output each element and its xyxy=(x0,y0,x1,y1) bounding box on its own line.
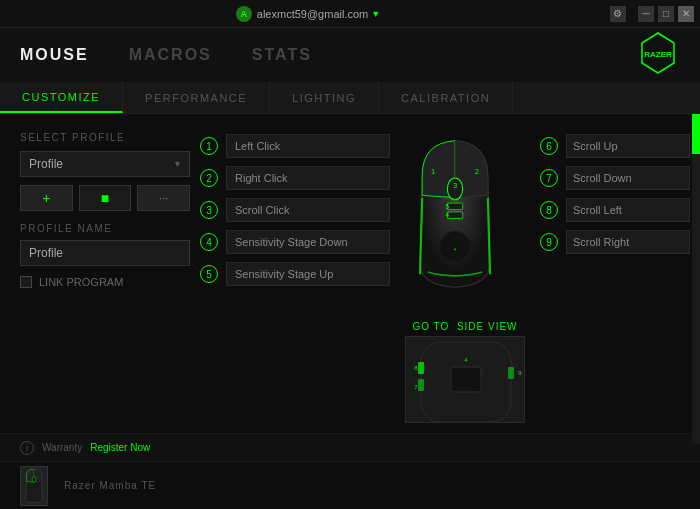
right-btn-number-8: 8 xyxy=(540,201,558,219)
btn-label-1[interactable]: Left Click xyxy=(226,134,390,158)
btn-number-2: 2 xyxy=(200,169,218,187)
razer-logo: RAZER xyxy=(636,31,680,79)
user-avatar: A xyxy=(236,6,252,22)
right-btn-label-8[interactable]: Scroll Left xyxy=(566,198,690,222)
mouse-area: ✦ 1 2 3 5 4 GO TO SIDE VIEW xyxy=(400,132,530,423)
nav-stats[interactable]: STATS xyxy=(252,46,312,64)
maximize-button[interactable]: □ xyxy=(658,6,674,22)
button-item-2: 2 Right Click xyxy=(200,166,390,190)
svg-text:1: 1 xyxy=(431,167,435,176)
right-button-item-9: 9 Scroll Right xyxy=(540,230,690,254)
select-profile-label: SELECT PROFILE xyxy=(20,132,190,143)
right-button-item-6: 6 Scroll Up xyxy=(540,134,690,158)
profile-name-input[interactable] xyxy=(20,240,190,266)
svg-rect-17 xyxy=(508,367,514,379)
device-name: Razer Mamba TE xyxy=(64,480,156,491)
btn-number-1: 1 xyxy=(200,137,218,155)
link-program[interactable]: LINK PROGRAM xyxy=(20,276,190,288)
svg-rect-4 xyxy=(447,203,462,210)
svg-rect-14 xyxy=(451,367,481,392)
main-content: SELECT PROFILE Profile + ■ ··· PROFILE N… xyxy=(0,114,700,433)
user-dropdown-icon[interactable]: ▼ xyxy=(371,9,380,19)
subnav-performance[interactable]: PERFORMANCE xyxy=(123,82,270,113)
svg-text:3: 3 xyxy=(453,181,457,190)
side-view-action[interactable]: SIDE VIEW xyxy=(457,321,518,332)
right-btn-label-6[interactable]: Scroll Up xyxy=(566,134,690,158)
svg-rect-16 xyxy=(418,379,424,391)
titlebar: A alexmct59@gmail.com ▼ ⚙ ─ □ ✕ xyxy=(0,0,700,28)
right-scrollbar[interactable] xyxy=(692,114,700,444)
nav-mouse[interactable]: MOUSE xyxy=(20,46,89,64)
link-program-checkbox[interactable] xyxy=(20,276,32,288)
svg-text:8: 8 xyxy=(414,365,418,371)
mouse-image: ✦ 1 2 3 5 4 xyxy=(400,132,530,317)
svg-text:5: 5 xyxy=(446,203,450,210)
user-info: A alexmct59@gmail.com ▼ xyxy=(236,6,380,22)
mouse-svg: ✦ 1 2 3 5 4 xyxy=(400,132,510,307)
svg-rect-5 xyxy=(447,212,462,219)
settings-button[interactable]: ⚙ xyxy=(610,6,626,22)
warranty-text: Warranty xyxy=(42,442,82,453)
header: MOUSE MACROS STATS RAZER xyxy=(0,28,700,82)
mouse-bottom-view: 8 9 7 4 xyxy=(405,336,525,423)
left-panel: SELECT PROFILE Profile + ■ ··· PROFILE N… xyxy=(20,132,190,423)
button-item-1: 1 Left Click xyxy=(200,134,390,158)
main-nav: MOUSE MACROS STATS xyxy=(20,46,312,64)
svg-rect-15 xyxy=(418,362,424,374)
profile-select[interactable]: Profile xyxy=(20,151,190,177)
button-item-5: 5 Sensitivity Stage Up xyxy=(200,262,390,286)
btn-label-3[interactable]: Scroll Click xyxy=(226,198,390,222)
window-controls: ⚙ ─ □ ✕ xyxy=(610,6,694,22)
profile-actions: + ■ ··· xyxy=(20,185,190,211)
btn-label-4[interactable]: Sensitivity Stage Down xyxy=(226,230,390,254)
razer-logo-svg: RAZER xyxy=(636,31,680,75)
side-view-link: GO TO SIDE VIEW xyxy=(412,321,517,332)
svg-text:9: 9 xyxy=(518,370,522,376)
btn-number-5: 5 xyxy=(200,265,218,283)
subnav-lighting[interactable]: LIGHTING xyxy=(270,82,379,113)
svg-text:RAZER: RAZER xyxy=(644,50,672,59)
right-btn-number-7: 7 xyxy=(540,169,558,187)
device-thumbnail xyxy=(20,466,48,506)
right-button-item-8: 8 Scroll Left xyxy=(540,198,690,222)
subnav: CUSTOMIZE PERFORMANCE LIGHTING CALIBRATI… xyxy=(0,82,700,114)
add-profile-button[interactable]: + xyxy=(20,185,73,211)
footer-device: Razer Mamba TE xyxy=(0,461,700,509)
side-view-prefix: GO TO xyxy=(412,321,449,332)
right-btn-label-9[interactable]: Scroll Right xyxy=(566,230,690,254)
svg-text:✦: ✦ xyxy=(453,246,457,252)
profile-select-wrap: Profile xyxy=(20,151,190,177)
link-program-label: LINK PROGRAM xyxy=(39,276,123,288)
button-item-4: 4 Sensitivity Stage Down xyxy=(200,230,390,254)
warranty-icon: i xyxy=(20,441,34,455)
mouse-bottom-svg: 8 9 7 4 xyxy=(406,337,525,423)
right-btn-label-7[interactable]: Scroll Down xyxy=(566,166,690,190)
nav-macros[interactable]: MACROS xyxy=(129,46,212,64)
warranty-bar: i Warranty Register Now xyxy=(0,433,700,461)
close-button[interactable]: ✕ xyxy=(678,6,694,22)
right-button-item-7: 7 Scroll Down xyxy=(540,166,690,190)
username: alexmct59@gmail.com xyxy=(257,8,368,20)
right-btn-number-9: 9 xyxy=(540,233,558,251)
subnav-calibration[interactable]: CALIBRATION xyxy=(379,82,513,113)
btn-number-3: 3 xyxy=(200,201,218,219)
right-btn-number-6: 6 xyxy=(540,137,558,155)
svg-text:2: 2 xyxy=(475,167,479,176)
more-profile-button[interactable]: ··· xyxy=(137,185,190,211)
device-thumb-svg xyxy=(21,466,47,506)
minimize-button[interactable]: ─ xyxy=(638,6,654,22)
subnav-customize[interactable]: CUSTOMIZE xyxy=(0,82,123,113)
toggle-profile-button[interactable]: ■ xyxy=(79,185,132,211)
svg-text:4: 4 xyxy=(446,211,450,218)
btn-label-2[interactable]: Right Click xyxy=(226,166,390,190)
button-item-3: 3 Scroll Click xyxy=(200,198,390,222)
button-list: 1 Left Click 2 Right Click 3 Scroll Clic… xyxy=(200,132,390,423)
profile-name-label: PROFILE NAME xyxy=(20,223,190,234)
right-button-list: 6 Scroll Up 7 Scroll Down 8 Scroll Left … xyxy=(540,132,690,423)
svg-point-22 xyxy=(32,476,36,482)
btn-number-4: 4 xyxy=(200,233,218,251)
btn-label-5[interactable]: Sensitivity Stage Up xyxy=(226,262,390,286)
register-now-link[interactable]: Register Now xyxy=(90,442,150,453)
scrollbar-thumb[interactable] xyxy=(692,114,700,154)
svg-text:7: 7 xyxy=(414,384,418,390)
